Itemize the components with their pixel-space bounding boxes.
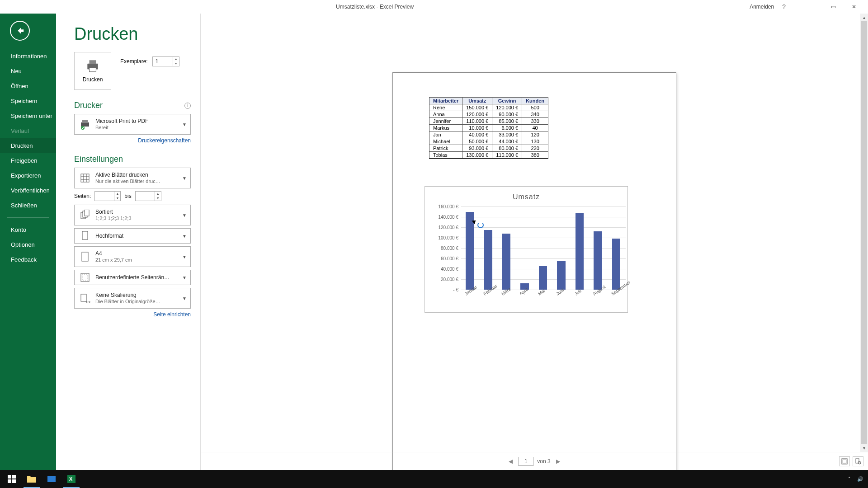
copies-down[interactable]: ▼ (173, 61, 179, 66)
signin-link[interactable]: Anmelden (750, 4, 774, 10)
svg-rect-28 (47, 476, 56, 482)
arrow-left-icon (15, 26, 25, 36)
sidebar-item-speichern-unter[interactable]: Speichern unter (0, 108, 56, 123)
taskbar-file-explorer[interactable] (22, 470, 42, 488)
svg-rect-6 (81, 174, 89, 182)
sidebar-item-konto[interactable]: Konto (0, 222, 56, 237)
chart-ytick: 80.000 € (426, 246, 461, 251)
chevron-down-icon: ▼ (182, 234, 187, 239)
svg-rect-2 (90, 68, 96, 72)
sidebar-item-optionen[interactable]: Optionen (0, 237, 56, 252)
scaling-dropdown[interactable]: 100 Keine Skalierung Die Blätter in Orig… (74, 288, 191, 309)
pages-from-input[interactable] (95, 192, 114, 201)
sidebar-item-drucken[interactable]: Drucken (0, 138, 56, 153)
pages-to-input[interactable] (136, 192, 155, 201)
settings-section-title: Einstellungen (74, 155, 123, 164)
table-row: Anna120.000 €90.000 €340 (429, 111, 548, 118)
printer-icon (85, 59, 100, 73)
svg-rect-15 (82, 252, 88, 261)
chevron-down-icon: ▼ (182, 176, 187, 181)
page-number-input[interactable] (518, 457, 533, 466)
collate-icon (79, 209, 91, 221)
svg-rect-26 (8, 479, 11, 483)
chevron-down-icon: ▼ (182, 122, 187, 127)
back-button[interactable] (10, 21, 30, 41)
chevron-down-icon: ▼ (182, 213, 187, 218)
chart-bar (576, 213, 584, 290)
chevron-down-icon: ▼ (182, 275, 187, 280)
minimize-button[interactable]: — (802, 0, 823, 13)
svg-point-23 (858, 461, 861, 464)
svg-rect-13 (85, 210, 89, 216)
scroll-down-button[interactable]: ▾ (860, 444, 868, 452)
sidebar-item-feedback[interactable]: Feedback (0, 252, 56, 267)
pages-from-spinner[interactable]: ▲▼ (94, 191, 121, 201)
table-row: Michael50.000 €44.000 €130 (429, 138, 548, 145)
chevron-down-icon: ▼ (182, 254, 187, 259)
margins-dropdown[interactable]: Benutzerdefinierte Seitenrän… ▼ (74, 270, 191, 285)
preview-chart: Umsatz 160.000 €140.000 €120.000 €100.00… (425, 186, 628, 313)
sidebar-item-öffnen[interactable]: Öffnen (0, 79, 56, 94)
scroll-thumb[interactable] (861, 21, 867, 444)
sheets-icon (79, 172, 91, 184)
preview-scrollbar[interactable]: ▴ ▾ (860, 14, 868, 452)
copies-input[interactable] (153, 57, 173, 66)
page-icon (79, 251, 91, 263)
chart-ytick: 160.000 € (426, 204, 461, 209)
collate-dropdown[interactable]: Sortiert 1;2;3 1;2;3 1;2;3 ▼ (74, 205, 191, 225)
table-header: Mitarbeiter (429, 98, 462, 104)
svg-text:X: X (69, 476, 73, 482)
zoom-to-page-button[interactable] (853, 456, 863, 466)
scaling-icon: 100 (79, 292, 91, 304)
paper-size-dropdown[interactable]: A4 21 cm x 29,7 cm ▼ (74, 246, 191, 267)
show-margins-button[interactable] (839, 456, 850, 466)
printer-properties-link[interactable]: Druckereigenschaften (74, 137, 191, 144)
next-page-button[interactable]: ▶ (554, 458, 562, 465)
sidebar-item-informationen[interactable]: Informationen (0, 49, 56, 64)
close-button[interactable]: ✕ (844, 0, 864, 13)
svg-rect-3 (81, 122, 89, 127)
sidebar-item-schließen[interactable]: Schließen (0, 198, 56, 213)
taskbar-excel[interactable]: X (61, 470, 81, 488)
printer-dropdown[interactable]: Microsoft Print to PDF Bereit ▼ (74, 114, 191, 135)
chart-ytick: 20.000 € (426, 277, 461, 282)
print-preview-pane: MitarbeiterUmsatzGewinnKundenRene150.000… (201, 14, 868, 470)
table-header: Umsatz (462, 98, 492, 104)
table-row: Jan40.000 €33.000 €120 (429, 131, 548, 138)
table-header: Kunden (522, 98, 548, 104)
prev-page-button[interactable]: ◀ (507, 458, 514, 465)
svg-rect-14 (82, 231, 88, 239)
page-count-label: von 3 (537, 458, 550, 465)
chart-bar (484, 230, 492, 290)
svg-text:100: 100 (85, 300, 90, 304)
print-button[interactable]: Drucken (74, 52, 111, 90)
pages-to-label: bis (124, 193, 131, 199)
help-icon[interactable]: ? (782, 3, 786, 10)
window-title: Umsatzliste.xlsx - Excel Preview (0, 4, 750, 10)
backstage-sidebar: InformationenNeuÖffnenSpeichernSpeichern… (0, 14, 56, 470)
tray-volume-icon[interactable]: 🔊 (857, 476, 863, 482)
table-row: Tobias130.000 €110.000 €380 (429, 152, 548, 159)
sidebar-item-neu[interactable]: Neu (0, 64, 56, 79)
printer-device-icon (79, 118, 91, 130)
sidebar-item-speichern[interactable]: Speichern (0, 94, 56, 108)
copies-spinner[interactable]: ▲▼ (152, 56, 179, 66)
taskbar-app-1[interactable] (42, 470, 61, 488)
chart-ytick: 100.000 € (426, 235, 461, 240)
scroll-up-button[interactable]: ▴ (860, 14, 868, 21)
copies-up[interactable]: ▲ (173, 57, 179, 61)
sidebar-item-veröffentlichen[interactable]: Veröffentlichen (0, 183, 56, 198)
chart-bar (502, 234, 510, 290)
sidebar-item-freigeben[interactable]: Freigeben (0, 153, 56, 168)
svg-rect-4 (82, 120, 88, 123)
print-what-dropdown[interactable]: Aktive Blätter drucken Nur die aktiven B… (74, 168, 191, 188)
page-setup-link[interactable]: Seite einrichten (74, 311, 191, 318)
pages-to-spinner[interactable]: ▲▼ (135, 191, 161, 201)
sidebar-item-exportieren[interactable]: Exportieren (0, 168, 56, 183)
tray-chevron-icon[interactable]: ˄ (848, 476, 851, 482)
start-button[interactable] (2, 470, 22, 488)
maximize-button[interactable]: ▭ (823, 0, 844, 13)
orientation-dropdown[interactable]: Hochformat ▼ (74, 228, 191, 244)
printer-info-icon[interactable]: i (184, 103, 191, 109)
printer-name: Microsoft Print to PDF (95, 118, 176, 124)
